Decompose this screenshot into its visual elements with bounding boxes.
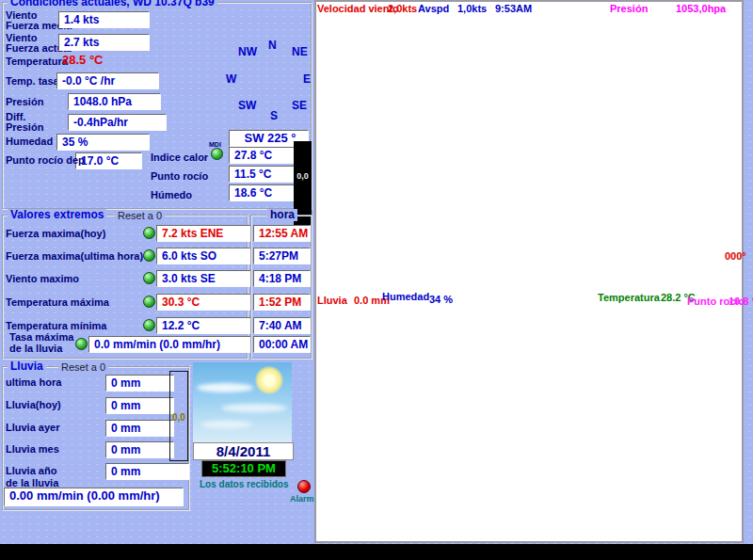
dew-point-label: Punto rocío: [151, 170, 208, 182]
compass-letter-sw: SW: [238, 100, 256, 111]
extreme-row-value: 3.0 kts SE: [156, 270, 251, 287]
extreme-value: 0.0 mm/min (0.0 mm/hr): [94, 338, 220, 351]
status-led: [143, 319, 155, 331]
extreme-time: 1:52 PM: [253, 294, 311, 311]
pressure-diff-label-2: Presión: [6, 121, 43, 133]
sun-icon: [255, 366, 283, 394]
dew-point-value: 11.5 °C: [234, 168, 272, 181]
compass-letter-ne: NE: [292, 46, 308, 57]
time-value: 4:18 PM: [259, 272, 301, 285]
rain-row-field: 0 mm: [105, 375, 174, 392]
rain-row-field: 0 mm: [105, 420, 174, 437]
dew-depression-value: 17.0 °C: [81, 154, 119, 168]
time-value: 5:27PM: [259, 249, 298, 263]
time-value: 00:00 AM: [259, 338, 308, 351]
black-display-value: 0,0: [296, 171, 309, 181]
status-led: [143, 249, 155, 262]
rain-rate-field: 0.00 mm/min (0.00 mm/hr): [4, 488, 184, 506]
wind-cur-value: 2.7 kts: [64, 36, 99, 49]
extreme-value: 7.2 kts ENE: [162, 227, 223, 240]
humidex-field: 18.6 °C: [229, 184, 299, 201]
extreme-row-label: Viento maximo: [6, 273, 79, 284]
time-display: 5:52:10 PM: [201, 460, 286, 477]
rain-row-label: Lluvia mes: [6, 443, 59, 455]
rain-title: Lluvia: [8, 360, 46, 373]
wind-cur-field: 2.7 kts: [58, 34, 150, 51]
status-led: [143, 227, 155, 239]
compass-letter-s: S: [270, 110, 278, 121]
extreme-row-label: Fuerza maxima(ultima hora): [6, 250, 143, 262]
rain-value: 0 mm: [111, 465, 140, 478]
extreme-time: 4:18 PM: [253, 270, 311, 287]
compass-letter-w: W: [226, 73, 236, 85]
desktop-background: Condiciones actuales, WD 10.37Q b39 Vien…: [0, 0, 753, 544]
hora-panel: hora 12:55 AM 5:27PM 4:18 PM 1:52 PM 7:4…: [250, 215, 312, 360]
alarm-led[interactable]: [297, 480, 311, 493]
status-led: [143, 272, 155, 284]
cloud-icon: [200, 421, 252, 428]
time-value: 12:55 AM: [259, 227, 308, 240]
extreme-value: 30.3 °C: [162, 296, 200, 309]
extreme-value: 3.0 kts SE: [162, 272, 216, 285]
heat-index-label: Indice calor: [151, 152, 208, 163]
extreme-time: 7:40 AM: [253, 317, 311, 334]
temperature-value: 28.5 °C: [62, 55, 104, 66]
compass-letter-e: E: [303, 73, 311, 85]
rain-value: 0 mm: [111, 443, 140, 456]
current-conditions-panel: Condiciones actuales, WD 10.37Q b39 Vien…: [2, 2, 312, 210]
panel-title: Condiciones actuales, WD 10.37Q b39: [8, 0, 217, 8]
wind-avg-field: 1.4 kts: [58, 11, 150, 28]
extreme-row-value: 12.2 °C: [156, 317, 251, 334]
rain-row-label: ultima hora: [6, 376, 61, 388]
pressure-label: Presión: [6, 96, 43, 107]
extreme-row-value: 30.3 °C: [156, 294, 251, 311]
wind-direction-value: SW 225 °: [244, 131, 296, 145]
humidex-label: Húmedo: [151, 189, 192, 200]
sky-condition-image: [193, 362, 292, 442]
cloud-icon: [197, 383, 253, 392]
temperature-label: Temperatura: [6, 56, 68, 67]
app-window: Condiciones actuales, WD 10.37Q b39 Vien…: [0, 0, 753, 560]
extreme-time: 12:55 AM: [253, 225, 311, 242]
extreme-value: 12.2 °C: [162, 319, 200, 332]
extreme-row-value: 6.0 kts SO: [156, 248, 251, 264]
rain-rate-max-label-2: de la lluvia: [9, 343, 62, 354]
time-value: 5:52:10 PM: [212, 461, 276, 475]
screen-bottom-bar: [0, 544, 753, 560]
dew-point-field: 11.5 °C: [229, 166, 299, 183]
humidity-field: 35 %: [56, 134, 150, 151]
rain-rate-max-label-1: Tasa máxima: [9, 331, 73, 343]
time-value: 1:52 PM: [259, 296, 301, 309]
extreme-row-value: 0.0 mm/min (0.0 mm/hr): [88, 336, 251, 353]
rain-gauge-reading: 0,0: [172, 412, 185, 423]
compass-letter-se: SE: [292, 100, 307, 111]
extreme-row-value: 7.2 kts ENE: [156, 225, 251, 242]
pressure-diff-value: -0.4hPa/hr: [73, 116, 128, 129]
rain-row-field: 0 mm: [105, 441, 174, 458]
cloud-icon: [221, 404, 287, 412]
extreme-row-label: Fuerza maxima(hoy): [6, 228, 105, 239]
extremes-reset-button[interactable]: Reset a 0: [115, 210, 165, 221]
rain-panel: Lluvia Reset a 0 ultima hora 0 mm Lluvia…: [2, 366, 190, 511]
humidex-value: 18.6 °C: [234, 186, 272, 200]
extremes-panel: Valores extremos Reset a 0 Fuerza maxima…: [2, 215, 248, 360]
rain-row-field: 0 mm: [105, 463, 189, 480]
hora-title: hora: [267, 209, 297, 221]
heat-index-field: 27.8 °C: [229, 147, 299, 164]
dew-depression-label: Punto rocío dep: [6, 154, 85, 166]
charts-panel: Velocidad viento 2,0kts Avspd 1,0kts 9:5…: [314, 0, 744, 543]
rain-value: 0 mm: [111, 376, 140, 390]
status-led: [75, 338, 88, 350]
temp-rate-label: Temp. tasa: [6, 75, 59, 87]
wind-avg-value: 1.4 kts: [64, 13, 99, 26]
rain-row-label: Lluvia(hoy): [6, 399, 61, 410]
humidity-value: 35 %: [62, 136, 88, 149]
charts-canvas: [316, 2, 742, 541]
rain-row-field: 0 mm: [105, 397, 174, 414]
date-display: 8/4/2011: [193, 442, 294, 460]
rain-reset-button[interactable]: Reset a 0: [58, 361, 108, 373]
rain-value: 0 mm: [111, 422, 140, 435]
extremes-title: Valores extremos: [8, 209, 106, 221]
pressure-value: 1048.0 hPa: [73, 95, 132, 108]
compass-letter-n: N: [268, 40, 277, 51]
